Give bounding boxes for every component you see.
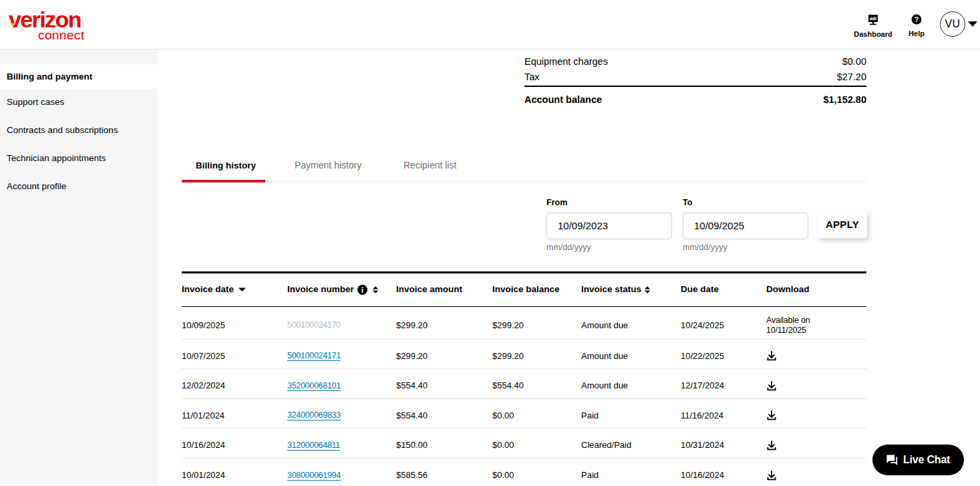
svg-text:?: ? bbox=[915, 15, 919, 23]
